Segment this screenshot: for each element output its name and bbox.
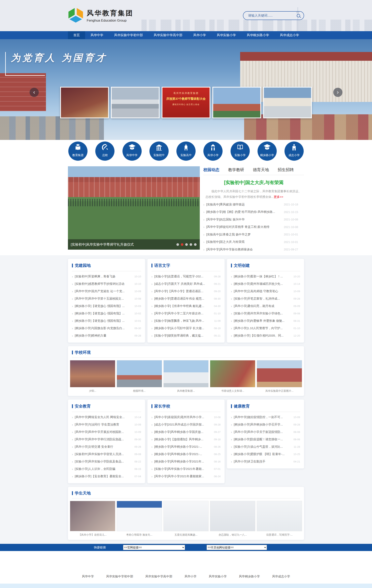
photo-thumbnail[interactable] xyxy=(257,360,302,387)
footer-school-link[interactable]: 风华中学 xyxy=(82,575,94,578)
official-links-select[interactable]: ==官网链接== xyxy=(123,545,185,550)
student-photo[interactable]: 勿忘国耻，铭记九一八... xyxy=(210,501,255,537)
news-item-title[interactable]: [实验高中]乘风破浪 撷华致远 xyxy=(206,203,281,207)
item-title[interactable]: [桐乡路小学]风华桐乡路小学召开学... xyxy=(234,423,291,427)
item-title[interactable]: [桐乡路小学]风华桐乡路小学国庆放... xyxy=(154,430,211,434)
item-title[interactable]: [风华小学]暑你闪亮，期月有成 xyxy=(234,304,291,308)
slideshow-dot[interactable] xyxy=(181,243,183,246)
news-slideshow[interactable]: [实验初中]风华实验中学尊师守礼升旗仪式 xyxy=(68,166,200,250)
item-title[interactable]: [桐乡路小学]【红领巾相约2035、同... xyxy=(234,334,291,337)
item-title[interactable]: [桐乡路小学]风华桐乡路小学2021年... xyxy=(154,460,211,463)
item-title[interactable]: [桐乡路小学]风华桐乡路小学2021-... xyxy=(154,445,211,449)
carousel-thumbnail[interactable]: 亳州市风华教育集团 庆祝第37个教师节暨表彰大会 赓续百年初心 担当育人使命 xyxy=(162,87,210,118)
photo-thumbnail[interactable] xyxy=(210,360,255,387)
item-title[interactable]: [桐乡路小学]精神的力量 xyxy=(75,334,132,337)
slideshow-dot[interactable] xyxy=(176,243,179,246)
footer-school-link[interactable]: 风华小学 xyxy=(184,575,196,578)
item-title[interactable]: [桐乡路小学]亳州市谯城区庆祝少先... xyxy=(234,282,291,286)
item-title[interactable]: [风华中学]立高尚师德 守教育初心 xyxy=(234,289,291,293)
item-title[interactable]: [风华中学]风华中学开展反对校园欺... xyxy=(75,430,132,434)
item-title[interactable]: [实验小学]风华实验小学2021年暑期... xyxy=(154,467,211,471)
item-title[interactable]: [成志小学]月圆天下 共画美好 风华成... xyxy=(154,282,211,286)
item-title[interactable]: [实验小学]亳州市风华实验小学绿色... xyxy=(234,312,291,315)
school-shortcut[interactable]: 桐乡路小学 xyxy=(258,141,277,161)
item-title[interactable]: [桐乡路小学]普通话诵百年伟业 规范... xyxy=(154,297,211,301)
school-shortcut[interactable]: 实验高中 xyxy=(176,141,196,161)
student-photo[interactable]: 说普通话，写规范字-... xyxy=(257,501,302,537)
item-title[interactable]: [桐乡路小学]与国旗合影 向党旗告白... xyxy=(75,326,132,330)
news-item-title[interactable]: [实验高中]以青春之我 扬中华之梦 xyxy=(206,233,281,236)
item-title[interactable]: [实验小学]力拔山兮气盖世，拔河比... xyxy=(234,445,291,449)
school-shortcut[interactable]: 总校 xyxy=(95,141,114,161)
photo-thumbnail[interactable] xyxy=(210,501,255,531)
item-title[interactable]: [桐乡路小学]【放假通知】风华桐乡... xyxy=(154,438,211,441)
school-shortcut[interactable]: 教育集团 xyxy=(68,141,87,161)
item-title[interactable]: [实验小学]撷英拾萃诵经典，藏文蕴... xyxy=(154,334,211,337)
item-title[interactable]: [风华小学]文明交通 安全童行 xyxy=(75,445,132,449)
item-title[interactable]: [风华中学]中国共产党诞生 论一个党... xyxy=(75,289,132,293)
school-shortcut[interactable]: 风华小学 xyxy=(203,141,223,161)
carousel-thumbnail[interactable] xyxy=(212,87,261,118)
news-tab[interactable]: 教学教研 xyxy=(228,167,244,172)
school-shortcut[interactable]: 实验小学 xyxy=(231,141,250,161)
slideshow-dot[interactable] xyxy=(185,243,188,246)
student-photo[interactable]: 五星红旗迎风飘扬... xyxy=(164,501,209,537)
item-title[interactable]: [桐乡路小学]【请党放心 强国有我】... xyxy=(75,319,132,323)
photo-thumbnail[interactable] xyxy=(164,501,209,531)
item-title[interactable]: [实验小学]翰墨飘香，神采飞扬;风华... xyxy=(154,319,211,323)
nav-item[interactable]: 风华实验小学 xyxy=(211,31,241,39)
item-title[interactable]: [桐乡路小学]【传承中华经典 献礼建... xyxy=(154,304,211,308)
item-title[interactable]: [风华小学]讲卫生勤洗手 xyxy=(234,460,291,463)
footer-school-link[interactable]: 风华成志小学 xyxy=(272,575,290,578)
environment-photo[interactable]: 校园环境... xyxy=(117,360,162,393)
search-input[interactable] xyxy=(248,14,297,18)
footer-school-link[interactable]: 风华实验中学高中部 xyxy=(145,575,172,578)
nav-item[interactable]: 风华中学 xyxy=(85,31,109,39)
school-shortcut[interactable]: 实验初中 xyxy=(149,141,169,161)
item-title[interactable]: [风华小学]喜迎国庆|亳州市风华小学... xyxy=(154,415,211,419)
more-link[interactable]: 更多>> xyxy=(274,195,283,199)
search-icon[interactable] xyxy=(297,14,300,17)
news-headline[interactable]: [实验初中]国之大庆,与有荣焉 xyxy=(203,179,304,186)
item-title[interactable]: [桐乡路小学]【安全教育】暑期安全... xyxy=(75,474,132,478)
slideshow-dot[interactable] xyxy=(190,243,192,246)
news-item-title[interactable]: [风华中学]师徒结对共育桃李 青蓝工程;薪火相传 xyxy=(206,225,281,229)
footer-school-link[interactable]: 风华实验中学初中部 xyxy=(106,575,133,578)
environment-photo[interactable]: 夕阳... xyxy=(70,360,115,393)
item-title[interactable]: [桐乡路小学]看那一抹【桐乡红】！... xyxy=(234,275,291,278)
slideshow-dot[interactable] xyxy=(194,243,196,246)
student-photo[interactable]: 【风华小学】这些花儿... xyxy=(70,501,115,537)
carousel-prev-button[interactable]: ‹ xyxy=(30,88,39,97)
photo-thumbnail[interactable] xyxy=(164,360,209,387)
photo-thumbnail[interactable] xyxy=(257,501,302,531)
item-title[interactable]: [风华小学]【风华小学】普通话诵百... xyxy=(154,289,211,293)
item-title[interactable]: [实验初中]感恩教师节手抄报评比活动 xyxy=(75,282,132,286)
nav-item[interactable]: 风华实验中学高中部 xyxy=(148,31,188,39)
item-title[interactable]: [成志小学]2021风华成志小学国庆假... xyxy=(154,423,211,427)
item-title[interactable]: [实验小学]人人识诈，全民防骗 xyxy=(75,467,132,471)
item-title[interactable]: [风华小学]1.10人民警察节，向守护... xyxy=(234,326,291,330)
photo-thumbnail[interactable] xyxy=(117,501,162,531)
item-title[interactable]: [实验小学]风华实验小学防疫及食品... xyxy=(75,460,132,463)
site-logo[interactable]: 风华教育集团 Fenghua Education Group xyxy=(68,8,134,23)
news-item-title[interactable]: [风华中学]风华中学新任教师座谈会 xyxy=(206,248,281,252)
carousel-next-button[interactable]: › xyxy=(333,88,342,97)
item-title[interactable]: [桐乡路小学]风华桐乡路小学2021-... xyxy=(154,452,211,456)
environment-photo[interactable]: 风华教育集团... xyxy=(164,360,209,393)
other-sites-select[interactable]: ==市其他网站链接== xyxy=(207,545,267,550)
item-title[interactable]: [风华中学]做好疫情防控，一刻不可... xyxy=(234,415,291,419)
nav-item[interactable]: 风华桐乡路小学 xyxy=(241,31,275,39)
environment-photo[interactable]: 书香绿意人文和谐... xyxy=(210,360,255,393)
item-title[interactable]: [风华小学]风华小学关于新冠疫情防... xyxy=(234,430,291,434)
student-photo[interactable]: 考前心理疏导 激发无... xyxy=(117,501,162,537)
item-title[interactable]: [实验初中]风华实验中学宿管人员消... xyxy=(75,452,132,456)
search-box[interactable] xyxy=(243,11,304,20)
environment-photo[interactable]: 风华实验高中正面图片... xyxy=(257,360,302,393)
item-title[interactable]: [实验小学]说普通话，写规范字-202... xyxy=(154,275,211,278)
item-title[interactable]: [风华中学]风华中学第十五届校园文... xyxy=(75,297,132,301)
school-shortcut[interactable]: 风华中学 xyxy=(123,141,142,161)
news-item-title[interactable]: [风华中学]勿忘国耻 振兴中华 xyxy=(206,218,281,221)
item-title[interactable]: [桐乡路小学]内塑修养 外塑形象 做魅... xyxy=(234,319,291,323)
item-title[interactable]: [风华中学]风华中学举行消防应急疏... xyxy=(75,438,132,441)
item-title[interactable]: [桐乡路小学]爱眼护眼 【睛】彩童年-... xyxy=(234,452,291,456)
